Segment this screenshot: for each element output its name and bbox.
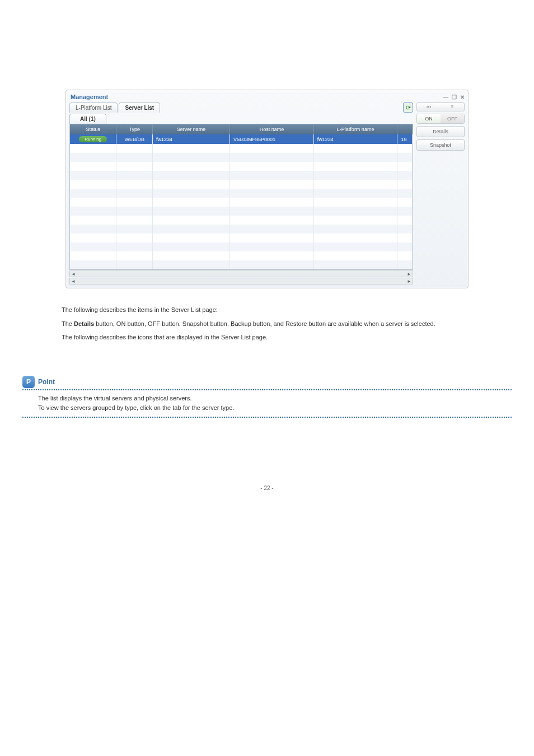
table-row[interactable]: [70, 251, 413, 260]
tab-server-list[interactable]: Server List: [119, 102, 160, 113]
off-button[interactable]: OFF: [441, 114, 464, 123]
point-callout: P Point The list displays the virtual se…: [22, 376, 512, 418]
cell-extra: 19: [397, 134, 413, 144]
cell-host-name: V5L03MF85P0001: [230, 134, 314, 144]
table-row[interactable]: [70, 207, 413, 216]
minimize-icon[interactable]: —: [443, 94, 448, 100]
table-row[interactable]: [70, 153, 413, 162]
page-number: - 22 -: [62, 485, 472, 491]
cell-lplatform-name: fw1234: [313, 134, 397, 144]
refresh-icon: ⟳: [406, 104, 411, 111]
col-header-extra: [397, 124, 413, 134]
point-line-2: To view the servers grouped by type, cli…: [38, 403, 512, 413]
col-header-type[interactable]: Type: [116, 124, 152, 134]
grid-header-row: Status Type Server name Host name L-Plat…: [70, 124, 413, 134]
status-badge: Running: [79, 136, 107, 142]
table-row[interactable]: [70, 162, 413, 171]
table-row[interactable]: Running WEB/DB fw1234 V5L03MF85P0001 fw1…: [70, 134, 413, 144]
col-header-server[interactable]: Server name: [152, 124, 229, 134]
doc-para-2: The Details button, ON button, OFF butto…: [62, 319, 472, 329]
scroll-left-icon[interactable]: ◄: [70, 272, 77, 277]
cell-type: WEB/DB: [116, 134, 152, 144]
col-header-host[interactable]: Host name: [230, 124, 314, 134]
table-row[interactable]: [70, 234, 413, 242]
close-icon[interactable]: ✕: [460, 94, 465, 100]
scroll-right-icon[interactable]: ►: [406, 272, 413, 277]
point-icon: P: [22, 376, 35, 388]
scroll-left-icon[interactable]: ◄: [70, 279, 77, 284]
view-mode-right[interactable]: ≡: [441, 103, 464, 111]
tab-lplatform-list[interactable]: L-Platform List: [69, 102, 118, 113]
table-row[interactable]: [70, 198, 413, 207]
horizontal-scrollbar-2[interactable]: ◄ ►: [69, 278, 413, 284]
action-sidebar: ••• ≡ ON OFF Details Snapshot: [416, 102, 465, 284]
view-mode-left[interactable]: •••: [417, 103, 441, 111]
horizontal-scrollbar-1[interactable]: ◄ ►: [69, 270, 413, 277]
subtab-all[interactable]: All (1): [69, 114, 106, 124]
on-button[interactable]: ON: [417, 114, 441, 123]
table-row[interactable]: [70, 225, 413, 234]
table-row[interactable]: [70, 144, 413, 153]
panel-title: Management: [71, 94, 108, 100]
management-panel: Management — ❐ ✕ L-Platform List Server …: [65, 90, 469, 288]
table-row[interactable]: [70, 180, 413, 189]
details-button[interactable]: Details: [416, 126, 465, 137]
view-mode-toggle[interactable]: ••• ≡: [416, 102, 465, 111]
window-controls: — ❐ ✕: [443, 94, 465, 100]
cell-server-name: fw1234: [152, 134, 229, 144]
document-body-text: The following describes the items in the…: [62, 305, 472, 342]
col-header-status[interactable]: Status: [70, 124, 116, 134]
table-row[interactable]: [70, 189, 413, 198]
doc-para-3: The following describes the icons that a…: [62, 333, 472, 342]
doc-para-1: The following describes the items in the…: [62, 305, 472, 315]
refresh-button[interactable]: ⟳: [403, 102, 413, 113]
point-line-1: The list displays the virtual servers an…: [38, 394, 512, 404]
server-grid: Status Type Server name Host name L-Plat…: [69, 124, 413, 270]
table-row[interactable]: [70, 260, 413, 269]
scroll-right-icon[interactable]: ►: [406, 279, 413, 284]
table-row[interactable]: [70, 242, 413, 251]
table-row[interactable]: [70, 216, 413, 225]
power-toggle: ON OFF: [416, 114, 465, 124]
point-label: Point: [38, 378, 55, 386]
table-row[interactable]: [70, 171, 413, 180]
restore-icon[interactable]: ❐: [452, 94, 457, 100]
col-header-lplatform[interactable]: L-Platform name: [313, 124, 397, 134]
snapshot-button[interactable]: Snapshot: [416, 139, 465, 151]
